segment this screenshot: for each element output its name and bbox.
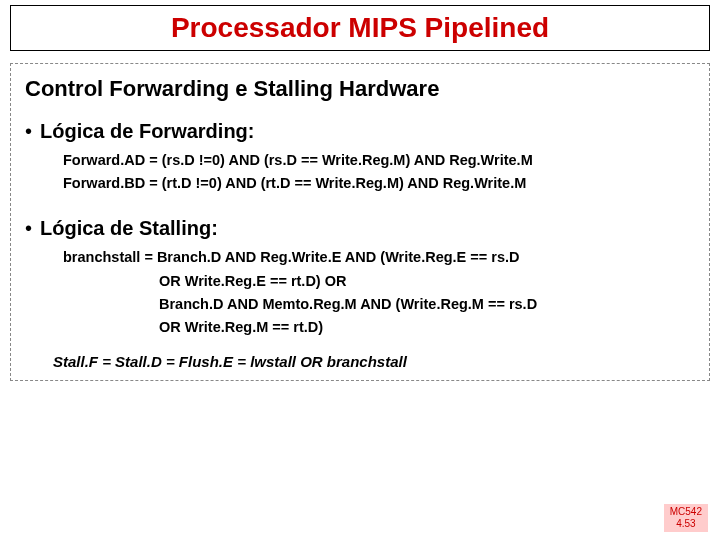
content-box: Control Forwarding e Stalling Hardware •… — [10, 63, 710, 381]
footer-code: MC542 — [670, 506, 702, 518]
stalling-heading: Lógica de Stalling: — [40, 217, 218, 240]
formula-line: branchstall = Branch.D AND Reg.Write.E A… — [63, 246, 695, 269]
formula-line: Forward.BD = (rt.D !=0) AND (rt.D == Wri… — [63, 172, 695, 195]
page-title: Processador MIPS Pipelined — [11, 12, 709, 44]
footer-badge: MC542 4.53 — [664, 504, 708, 532]
forwarding-formulas: Forward.AD = (rs.D !=0) AND (rs.D == Wri… — [63, 149, 695, 195]
formula-line: OR Write.Reg.E == rt.D) OR — [159, 270, 695, 293]
bullet-icon: • — [25, 217, 32, 240]
subtitle: Control Forwarding e Stalling Hardware — [25, 76, 695, 102]
formula-line: Forward.AD = (rs.D !=0) AND (rs.D == Wri… — [63, 149, 695, 172]
bullet-icon: • — [25, 120, 32, 143]
footer-page: 4.53 — [670, 518, 702, 530]
stall-equation: Stall.F = Stall.D = Flush.E = lwstall OR… — [53, 353, 695, 370]
formula-line: Branch.D AND Memto.Reg.M AND (Write.Reg.… — [159, 293, 695, 316]
formula-line: OR Write.Reg.M == rt.D) — [159, 316, 695, 339]
stalling-heading-row: • Lógica de Stalling: — [25, 217, 695, 246]
stalling-formulas: branchstall = Branch.D AND Reg.Write.E A… — [63, 246, 695, 339]
forwarding-heading-row: • Lógica de Forwarding: — [25, 120, 695, 149]
title-box: Processador MIPS Pipelined — [10, 5, 710, 51]
forwarding-heading: Lógica de Forwarding: — [40, 120, 254, 143]
